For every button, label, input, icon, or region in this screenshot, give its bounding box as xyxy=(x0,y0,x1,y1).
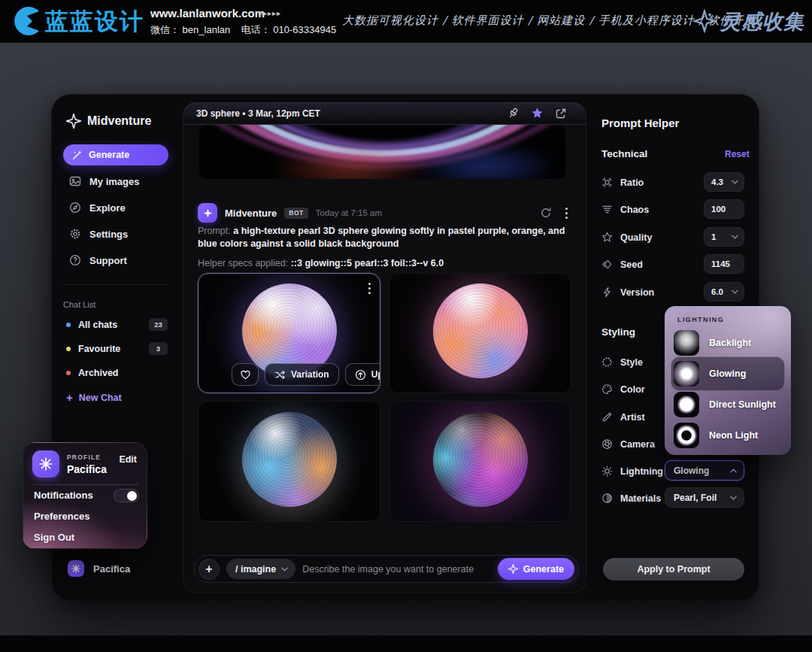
chat-count-badge: 23 xyxy=(149,318,168,331)
inspiration-collect-text: 灵感收集 xyxy=(720,8,804,35)
divider xyxy=(33,484,138,485)
prompt-text: a high-texture pearl 3D sphere glowing s… xyxy=(198,226,565,249)
ratio-value: 4.3 xyxy=(711,177,723,187)
option-label: Direct Sunlight xyxy=(709,399,776,410)
chevron-down-icon xyxy=(281,567,288,572)
generated-image-2[interactable] xyxy=(389,273,571,393)
backlight-thumbnail xyxy=(674,330,699,356)
attach-button[interactable]: + xyxy=(198,559,220,580)
banner-arrows: ▸▸▸▸▸ xyxy=(259,9,281,17)
sphere-image xyxy=(433,412,528,507)
inspiration-star-icon xyxy=(692,9,717,33)
like-button[interactable] xyxy=(232,363,259,386)
chat-list-title: Chat List xyxy=(63,300,95,309)
blue-dot-icon xyxy=(66,323,71,327)
notifications-item[interactable]: Notifications xyxy=(34,490,93,501)
prompt-helper-title: Prompt Helper xyxy=(601,117,679,129)
pin-icon[interactable] xyxy=(507,107,520,120)
page: 蓝蓝设计 www.lanlanwork.com ▸▸▸▸▸ 微信： ben_la… xyxy=(0,0,812,652)
scrolled-image-partial[interactable] xyxy=(199,125,565,179)
message-header: Midventure BOT Today at 7:15 am xyxy=(198,203,382,223)
generated-image-4[interactable] xyxy=(389,401,571,522)
chat-title: 3D sphere • 3 Mar, 12pm CET xyxy=(196,108,320,119)
profile-avatar xyxy=(32,450,59,478)
yellow-dot-icon xyxy=(66,347,71,351)
option-label: Neon Light xyxy=(709,430,758,441)
glow xyxy=(267,146,432,179)
star-favourite-icon[interactable] xyxy=(531,107,544,120)
setting-label: Artist xyxy=(620,412,645,423)
chat-filter-all[interactable]: All chats xyxy=(66,318,117,332)
user-name: Pacifica xyxy=(93,563,130,575)
setting-label: Lightning xyxy=(620,466,663,477)
ratio-crop-icon xyxy=(601,177,613,188)
sidebar-item-my-images[interactable]: My images xyxy=(69,173,139,190)
kebab-menu-icon[interactable] xyxy=(565,208,568,219)
variation-button[interactable]: Variation xyxy=(265,363,339,386)
quality-select[interactable]: 1 xyxy=(704,227,744,247)
seed-input[interactable]: 1145 xyxy=(704,254,744,274)
image-kebab-icon[interactable] xyxy=(368,283,371,294)
sign-out-item[interactable]: Sign Out xyxy=(34,532,74,543)
profile-popup: PROFILE Pacifica Edit Notifications Pref… xyxy=(23,442,147,549)
version-bolt-icon xyxy=(601,287,613,298)
sidebar-item-label: Generate xyxy=(89,150,129,160)
notifications-toggle[interactable] xyxy=(114,489,139,502)
quality-star-icon xyxy=(601,232,613,243)
version-select[interactable]: 6.0 xyxy=(704,282,744,302)
upscale-button[interactable]: Upscale xyxy=(345,363,380,386)
help-circle-icon xyxy=(69,254,81,266)
app-logo-icon xyxy=(66,114,81,129)
chaos-input[interactable]: 100 xyxy=(704,199,744,219)
chevron-down-icon xyxy=(730,496,737,500)
lightning-option-neon-light[interactable]: Neon Light xyxy=(674,423,758,448)
generate-button[interactable]: Generate xyxy=(498,558,574,580)
lightning-option-direct-sunlight[interactable]: Direct Sunlight xyxy=(674,392,776,417)
option-label: Glowing xyxy=(709,368,746,379)
reset-button[interactable]: Reset xyxy=(725,149,750,159)
chevron-down-icon xyxy=(732,290,738,294)
chevron-down-icon xyxy=(732,180,738,184)
prompt-input[interactable] xyxy=(302,564,491,575)
seed-value: 1145 xyxy=(711,259,730,268)
new-chat-button[interactable]: + New Chat xyxy=(66,391,122,404)
variation-label: Variation xyxy=(291,369,329,380)
app-name: Midventure xyxy=(87,114,151,128)
profile-edit-button[interactable]: Edit xyxy=(119,454,137,465)
sidebar-item-label: Explore xyxy=(89,202,126,214)
open-external-icon[interactable] xyxy=(555,108,567,120)
materials-value: Pearl, Foil xyxy=(674,493,717,503)
chat-filter-favourite[interactable]: Favourite xyxy=(66,342,120,356)
sidebar-user[interactable]: Pacifica xyxy=(68,560,130,577)
sidebar-item-settings[interactable]: Settings xyxy=(69,226,128,242)
sidebar-item-support[interactable]: Support xyxy=(69,252,127,268)
chat-filter-archived[interactable]: Archived xyxy=(66,366,119,380)
generated-image-3[interactable] xyxy=(198,401,380,522)
apply-to-prompt-button[interactable]: Apply to Prompt xyxy=(603,558,744,581)
materials-select[interactable]: Pearl, Foil xyxy=(665,487,744,508)
shuffle-icon xyxy=(274,370,286,380)
seed-layers-icon xyxy=(601,259,613,270)
command-dropdown[interactable]: / imagine xyxy=(226,559,295,579)
lightning-select[interactable]: Glowing xyxy=(665,460,744,481)
lightning-popup-title: LIGHTNING xyxy=(677,316,724,323)
sphere-image xyxy=(242,412,337,507)
lightning-option-backlight[interactable]: Backlight xyxy=(674,330,751,356)
prompt-block: Prompt: a high-texture pearl 3D sphere g… xyxy=(198,225,571,250)
wechat-label: 微信： ben_lanlan xyxy=(150,24,230,35)
lightning-option-glowing[interactable]: Glowing xyxy=(674,361,746,387)
sidebar-item-explore[interactable]: Explore xyxy=(69,199,126,216)
generated-image-1[interactable]: Variation Upscale xyxy=(198,273,380,393)
ratio-select[interactable]: 4.3 xyxy=(704,172,744,192)
preferences-item[interactable]: Preferences xyxy=(34,511,89,522)
setting-label: Ratio xyxy=(620,177,644,188)
chevron-up-icon xyxy=(730,469,737,473)
banner-url[interactable]: www.lanlanwork.com xyxy=(150,7,265,20)
lanlan-logo-icon xyxy=(11,6,42,36)
setting-label: Version xyxy=(620,287,654,298)
lightning-value: Glowing xyxy=(674,465,709,476)
red-dot-icon xyxy=(66,371,71,375)
regenerate-icon[interactable] xyxy=(540,207,552,219)
sidebar-item-generate[interactable]: Generate xyxy=(63,144,168,165)
image-action-bar: Variation Upscale xyxy=(232,363,380,386)
